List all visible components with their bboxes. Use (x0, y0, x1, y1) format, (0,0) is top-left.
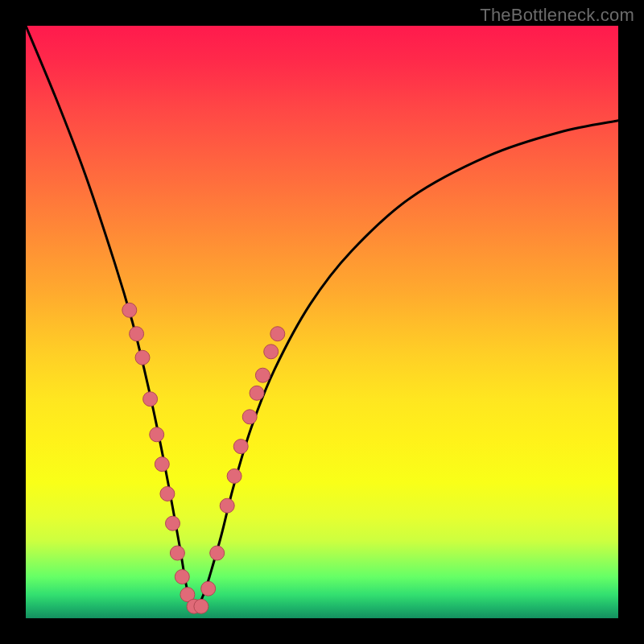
curve-marker (264, 345, 279, 359)
curve-marker (130, 327, 144, 341)
curve-marker (143, 392, 158, 407)
curve-marker (250, 386, 264, 400)
curve-marker (220, 498, 234, 513)
plot-area (26, 26, 618, 618)
curve-markers (122, 303, 285, 613)
chart-frame: TheBottleneck.com (0, 0, 644, 644)
curve-marker (210, 546, 225, 560)
watermark-text: TheBottleneck.com (480, 5, 634, 26)
curve-marker (194, 599, 208, 613)
curve-marker (233, 440, 248, 454)
curve-marker (255, 368, 270, 382)
curve-svg (26, 26, 618, 618)
curve-marker (242, 410, 257, 424)
curve-marker (201, 581, 216, 596)
curve-marker (227, 469, 242, 483)
curve-marker (270, 327, 285, 341)
curve-marker (160, 486, 175, 501)
curve-marker (122, 303, 137, 317)
curve-marker (150, 427, 164, 442)
curve-marker (175, 570, 189, 584)
curve-marker (155, 457, 169, 472)
curve-marker (170, 546, 184, 560)
curve-marker (135, 350, 150, 365)
bottleneck-curve (26, 26, 618, 609)
curve-marker (166, 516, 180, 530)
